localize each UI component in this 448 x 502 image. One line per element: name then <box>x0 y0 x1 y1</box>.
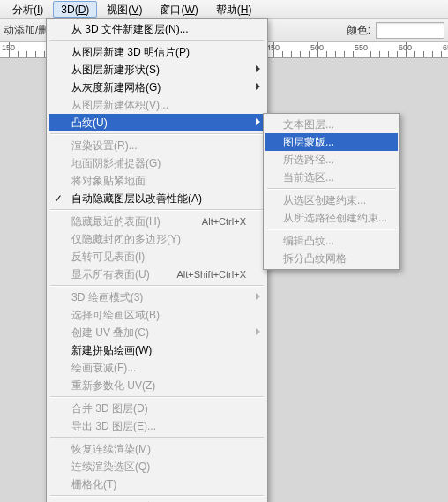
menu-separator <box>50 285 264 287</box>
submenu-item-label: 从所选路径创建约束... <box>283 211 387 226</box>
menu-item[interactable]: 联机浏览 3D 内容(L)... <box>49 498 265 502</box>
submenu-item-label: 图层蒙版... <box>283 135 334 150</box>
submenu-item: 从选区创建约束... <box>265 191 398 209</box>
menu-item: 连续渲染选区(Q) <box>49 458 265 476</box>
menu-item: 创建 UV 叠加(C) <box>49 324 265 341</box>
color-label: 颜色: <box>347 23 370 38</box>
menu-item-label: 从图层新建形状(S) <box>71 63 160 78</box>
menu-item-label: 自动隐藏图层以改善性能(A) <box>71 191 202 206</box>
submenu-item-label: 拆分凸纹网格 <box>283 251 347 266</box>
menu-item-label: 绘画衰减(F)... <box>71 361 136 376</box>
menu-shortcut: Alt+Ctrl+X <box>202 216 246 227</box>
submenu-item[interactable]: 图层蒙版... <box>265 133 398 151</box>
menu-item: 仅隐藏封闭的多边形(Y) <box>49 230 265 248</box>
menu-item: 显示所有表面(U)Alt+Shift+Ctrl+X <box>49 266 265 283</box>
menubar: 分析(I)3D(D)视图(V)窗口(W)帮助(H) <box>0 0 448 19</box>
menu-item-label: 合并 3D 图层(D) <box>71 401 148 416</box>
menu-item: 选择可绘画区域(B) <box>49 306 265 324</box>
submenu-item: 所选路径... <box>265 151 398 169</box>
menu-item: 重新参数化 UV(Z) <box>49 377 265 394</box>
menu-item-label: 隐藏最近的表面(H) <box>71 214 161 229</box>
menu-item: 栅格化(T) <box>49 476 265 493</box>
menu-item-label: 连续渲染选区(Q) <box>71 460 150 475</box>
menu-item: 隐藏最近的表面(H)Alt+Ctrl+X <box>49 213 265 230</box>
menu-separator <box>50 495 264 497</box>
menu-item-label: 从 3D 文件新建图层(N)... <box>71 22 189 37</box>
menu-item-label: 恢复连续渲染(M) <box>71 442 151 457</box>
menu-item: 从图层新建体积(V)... <box>49 96 265 114</box>
menu-item[interactable]: 从 3D 文件新建图层(N)... <box>49 20 265 38</box>
check-icon: ✓ <box>54 192 63 205</box>
submenu-arrow-icon <box>256 118 260 125</box>
submenu-item: 编辑凸纹... <box>265 232 398 250</box>
color-input[interactable] <box>376 22 444 39</box>
menu-separator <box>50 40 264 41</box>
submenu-item: 拆分凸纹网格 <box>265 250 398 267</box>
menu-item-label: 仅隐藏封闭的多边形(Y) <box>71 232 181 247</box>
menu-separator <box>267 188 396 190</box>
ruler-label: 650 <box>443 43 448 52</box>
menu-item[interactable]: 从图层新建 3D 明信片(P) <box>49 43 265 61</box>
submenu-arrow-icon <box>256 83 260 90</box>
menubar-item-4[interactable]: 帮助(H) <box>208 1 260 18</box>
submenu-arrow-icon <box>256 293 260 300</box>
menu-item-label: 从灰度新建网格(G) <box>71 80 161 95</box>
menu-item-label: 重新参数化 UV(Z) <box>71 378 155 393</box>
menu-3d: 从 3D 文件新建图层(N)...从图层新建 3D 明信片(P)从图层新建形状(… <box>46 18 268 502</box>
menu-item-label: 地面阴影捕捉器(G) <box>71 156 161 171</box>
submenu-item-label: 当前选区... <box>283 170 334 185</box>
menu-item: 渲染设置(R)... <box>49 137 265 154</box>
menu-item[interactable]: 凸纹(U) <box>49 114 265 131</box>
menu-item[interactable]: 从图层新建形状(S) <box>49 61 265 79</box>
menu-item: 合并 3D 图层(D) <box>49 400 265 417</box>
menu-separator <box>267 229 396 230</box>
submenu-item-label: 文本图层... <box>283 117 334 132</box>
submenu-turen: 文本图层...图层蒙版...所选路径...当前选区...从选区创建约束...从所… <box>263 113 400 270</box>
menu-item-label: 渲染设置(R)... <box>71 139 138 154</box>
menu-item-label: 反转可见表面(I) <box>71 250 145 265</box>
menubar-item-2[interactable]: 视图(V) <box>99 1 150 18</box>
menubar-item-3[interactable]: 窗口(W) <box>152 1 205 18</box>
menu-item: 将对象贴紧地面 <box>49 172 265 190</box>
menu-item: 绘画衰减(F)... <box>49 359 265 377</box>
menu-item-label: 将对象贴紧地面 <box>71 174 146 189</box>
menu-item: 地面阴影捕捉器(G) <box>49 154 265 172</box>
options-left-truncated-label: 动添加/删 <box>4 23 49 38</box>
menu-item-label: 从图层新建 3D 明信片(P) <box>71 45 190 60</box>
submenu-item: 当前选区... <box>265 169 398 186</box>
menubar-item-1[interactable]: 3D(D) <box>53 1 97 18</box>
menu-separator <box>50 133 264 135</box>
menu-item: 3D 绘画模式(3) <box>49 288 265 306</box>
menu-item-label: 选择可绘画区域(B) <box>71 308 160 323</box>
menu-separator <box>50 396 264 398</box>
submenu-arrow-icon <box>256 65 260 72</box>
menu-item-label: 显示所有表面(U) <box>71 267 150 282</box>
menu-item: 导出 3D 图层(E)... <box>49 417 265 435</box>
menu-shortcut: Alt+Shift+Ctrl+X <box>176 269 246 280</box>
menu-item-label: 凸纹(U) <box>71 116 108 131</box>
menu-item: 反转可见表面(I) <box>49 248 265 266</box>
menu-item-label: 导出 3D 图层(E)... <box>71 419 156 434</box>
menu-item-label: 栅格化(T) <box>71 477 116 492</box>
menu-item[interactable]: 新建拼贴绘画(W) <box>49 341 265 359</box>
menu-separator <box>50 209 264 211</box>
menu-item-label: 3D 绘画模式(3) <box>71 290 143 305</box>
submenu-item: 文本图层... <box>265 116 398 133</box>
submenu-item-label: 从选区创建约束... <box>283 193 366 208</box>
submenu-item: 从所选路径创建约束... <box>265 209 398 227</box>
submenu-arrow-icon <box>256 328 260 335</box>
menu-item: 恢复连续渲染(M) <box>49 440 265 458</box>
menu-item[interactable]: 从灰度新建网格(G) <box>49 79 265 96</box>
submenu-item-label: 编辑凸纹... <box>283 234 334 249</box>
submenu-item-label: 所选路径... <box>283 153 334 168</box>
menu-item-label: 创建 UV 叠加(C) <box>71 326 149 341</box>
menu-separator <box>50 437 264 438</box>
menu-item[interactable]: ✓自动隐藏图层以改善性能(A) <box>49 190 265 207</box>
menu-item-label: 新建拼贴绘画(W) <box>71 343 152 358</box>
menubar-item-0[interactable]: 分析(I) <box>4 1 51 18</box>
menu-item-label: 从图层新建体积(V)... <box>71 98 168 113</box>
